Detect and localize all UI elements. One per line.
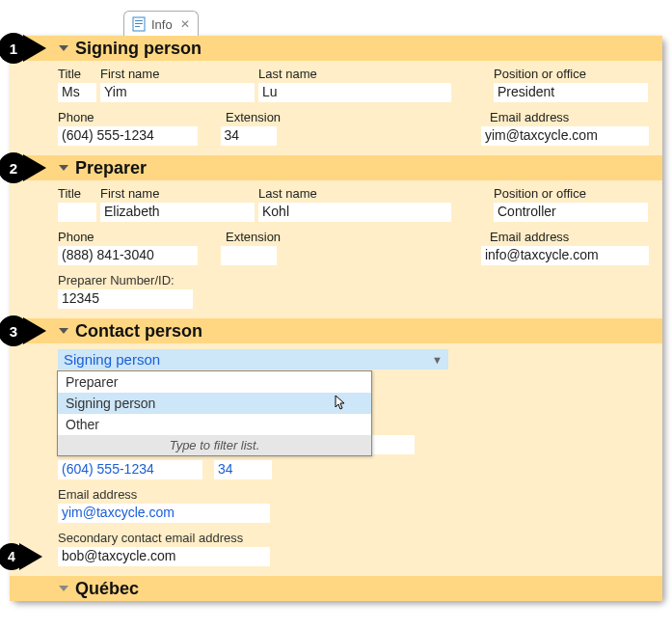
dropdown-option-signing[interactable]: Signing person [58,393,371,414]
label-position: Position or office [494,186,648,201]
field-last[interactable]: Kohl [258,203,451,222]
field-email[interactable]: info@taxcycle.com [481,246,649,265]
section-header-quebec[interactable]: Québec [10,576,662,601]
label-ext: Extension [226,230,447,244]
label-position: Position or office [494,67,648,81]
section-header-contact[interactable]: 3 Contact person [10,318,662,343]
tab-close-icon[interactable]: ✕ [180,17,190,31]
dropdown-selected: Signing person [64,351,160,368]
chevron-down-icon [58,162,69,174]
chevron-down-icon [58,325,69,337]
caret-down-icon: ▼ [432,354,443,366]
section-body-contact: Signing person ▼ Preparer Signing person… [10,343,662,576]
field-ext[interactable]: 34 [221,126,277,146]
document-icon [132,16,146,32]
field-title[interactable]: Ms [58,83,96,102]
field-contact-phone[interactable]: (604) 555-1234 [58,460,202,479]
label-ext: Extension [226,110,447,124]
field-phone[interactable]: (604) 555-1234 [58,126,198,146]
label-contact-email: Email address [58,487,137,502]
section-title: Québec [75,579,139,599]
field-secondary-email[interactable]: bob@taxcycle.com [58,547,270,566]
label-phone: Phone [58,230,222,244]
field-first[interactable]: Yim [100,83,255,102]
section-body-preparer: Title First name Last name Position or o… [10,180,662,318]
cursor-icon [335,395,348,416]
field-position[interactable]: Controller [494,203,648,222]
label-phone: Phone [58,110,222,124]
field-contact-email[interactable]: yim@taxcycle.com [58,504,270,523]
svg-rect-2 [135,23,143,24]
badge-3: 3 [0,315,46,346]
label-title: Title [58,67,96,81]
field-position[interactable]: President [494,83,648,102]
section-header-signing[interactable]: 1 Signing person [10,36,662,61]
badge-1: 1 [0,33,46,64]
label-first: First name [100,67,255,81]
label-email: Email address [490,230,569,244]
section-body-signing: Title First name Last name Position or o… [10,61,662,155]
field-phone[interactable]: (888) 841-3040 [58,246,198,265]
field-title[interactable] [58,203,96,222]
section-title: Contact person [75,321,202,342]
tab-info[interactable]: Info ✕ [123,11,199,37]
dropdown-hint: Type to filter list. [58,435,371,455]
label-first: First name [100,186,255,201]
tab-label: Info [151,17,173,32]
field-preparer-id[interactable]: 12345 [58,289,193,309]
chevron-down-icon [58,583,69,594]
section-header-preparer[interactable]: 2 Preparer [10,155,662,180]
label-last: Last name [258,186,451,201]
label-secondary-email: Secondary contact email address [58,531,243,545]
label-preparer-id: Preparer Number/ID: [58,273,175,287]
field-contact-ext[interactable]: 34 [214,460,272,479]
field-first[interactable]: Elizabeth [100,203,255,222]
section-title: Signing person [75,39,202,59]
svg-rect-1 [135,20,143,21]
dropdown-list: Preparer Signing person Other Type to fi… [57,370,372,456]
dropdown-option-other[interactable]: Other [58,414,371,435]
dropdown-option-preparer[interactable]: Preparer [58,371,371,393]
chevron-down-icon [58,42,69,54]
contact-type-dropdown[interactable]: Signing person ▼ Preparer Signing person… [58,349,448,369]
label-last: Last name [258,67,451,81]
svg-rect-3 [135,26,140,27]
section-title: Preparer [75,158,147,178]
field-ext[interactable] [221,246,277,265]
badge-4: 4 [0,543,42,570]
label-title: Title [58,186,96,201]
field-email[interactable]: yim@taxcycle.com [481,126,649,146]
form-panel: Info ✕ 1 Signing person Title First name… [10,36,662,601]
label-email: Email address [490,110,569,124]
badge-2: 2 [0,152,46,183]
field-last[interactable]: Lu [258,83,451,102]
